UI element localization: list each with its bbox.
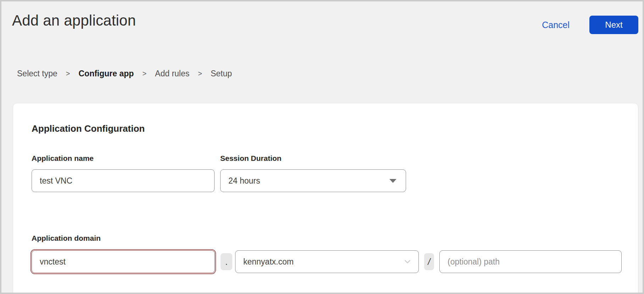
application-name-input[interactable] — [32, 169, 215, 192]
domain-select[interactable]: kennyatx.com — [235, 250, 419, 273]
caret-down-triangle-icon — [389, 179, 396, 183]
application-name-label: Application name — [32, 154, 94, 163]
breadcrumb-separator: > — [142, 70, 146, 78]
cancel-button[interactable]: Cancel — [542, 20, 570, 30]
session-duration-select[interactable]: 24 hours — [220, 169, 406, 192]
breadcrumb-separator: > — [198, 70, 202, 78]
header-actions: Cancel Next — [542, 16, 638, 34]
page-title: Add an application — [12, 12, 136, 29]
session-duration-label: Session Duration — [220, 154, 282, 163]
breadcrumb-step-setup[interactable]: Setup — [211, 69, 232, 78]
subdomain-input[interactable] — [32, 250, 215, 273]
breadcrumb-step-configure-app[interactable]: Configure app — [78, 69, 134, 78]
path-input[interactable] — [439, 250, 622, 273]
breadcrumb-step-add-rules[interactable]: Add rules — [155, 69, 189, 78]
chevron-down-icon — [403, 257, 412, 266]
domain-select-value: kennyatx.com — [243, 257, 294, 267]
section-title: Application Configuration — [32, 123, 145, 134]
add-application-window: Add an application Cancel Next Select ty… — [0, 0, 644, 294]
session-duration-value: 24 hours — [228, 176, 260, 186]
slash-separator-chip: / — [424, 253, 434, 270]
dot-separator-chip: . — [221, 253, 232, 270]
next-button[interactable]: Next — [589, 16, 638, 34]
breadcrumb-separator: > — [66, 70, 70, 78]
breadcrumb-step-select-type[interactable]: Select type — [17, 69, 57, 78]
breadcrumb: Select type > Configure app > Add rules … — [17, 69, 232, 78]
application-domain-label: Application domain — [32, 234, 101, 243]
application-configuration-card: Application Configuration Application na… — [13, 103, 638, 294]
